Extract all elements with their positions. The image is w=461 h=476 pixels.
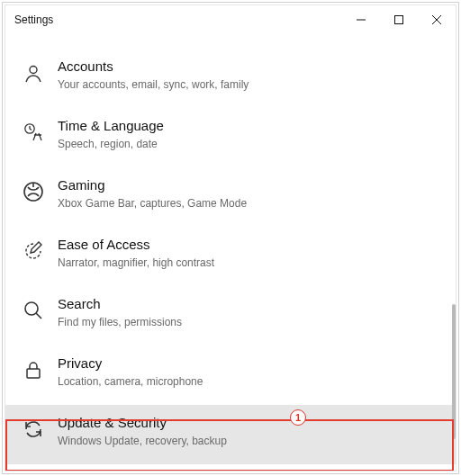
category-subtitle: Your accounts, email, sync, work, family (58, 77, 249, 92)
category-title: Gaming (58, 176, 247, 194)
content-area: Accounts Your accounts, email, sync, wor… (5, 34, 456, 471)
minimize-icon (356, 14, 366, 25)
time-language-icon (22, 121, 45, 144)
category-privacy[interactable]: Privacy Location, camera, microphone (5, 346, 456, 405)
category-title: Search (58, 295, 182, 313)
category-subtitle: Xbox Game Bar, captures, Game Mode (58, 196, 247, 211)
category-subtitle: Windows Update, recovery, backup (58, 434, 227, 448)
category-texts: Ease of Access Narrator, magnifier, high… (58, 236, 214, 270)
svg-rect-10 (27, 369, 40, 378)
titlebar: Settings (5, 5, 456, 34)
category-gaming[interactable]: Gaming Xbox Game Bar, captures, Game Mod… (5, 167, 456, 227)
privacy-icon (22, 358, 45, 382)
category-search[interactable]: Search Find my files, permissions (5, 286, 456, 346)
category-texts: Update & Security Windows Update, recove… (58, 414, 227, 448)
close-button[interactable] (418, 5, 456, 34)
svg-point-4 (30, 67, 37, 74)
category-title: Accounts (58, 58, 249, 76)
close-icon (431, 14, 442, 25)
svg-rect-1 (395, 16, 403, 24)
category-update-security[interactable]: Update & Security Windows Update, recove… (5, 405, 456, 464)
minimize-button[interactable] (342, 5, 380, 34)
category-time-language[interactable]: Time & Language Speech, region, date (5, 108, 456, 167)
category-title: Ease of Access (58, 236, 214, 254)
category-title: Time & Language (58, 117, 164, 135)
category-texts: Privacy Location, camera, microphone (58, 355, 203, 389)
maximize-button[interactable] (380, 5, 418, 34)
category-accounts[interactable]: Accounts Your accounts, email, sync, wor… (5, 49, 456, 108)
update-security-icon (22, 418, 45, 441)
ease-of-access-icon (22, 239, 45, 263)
category-texts: Gaming Xbox Game Bar, captures, Game Mod… (58, 176, 247, 211)
maximize-icon (393, 14, 404, 25)
category-texts: Search Find my files, permissions (58, 295, 182, 329)
category-subtitle: Find my files, permissions (58, 315, 182, 329)
svg-point-8 (25, 302, 38, 315)
accounts-icon (22, 61, 45, 85)
category-ease-of-access[interactable]: Ease of Access Narrator, magnifier, high… (5, 227, 456, 286)
category-title: Update & Security (58, 414, 227, 432)
window-title: Settings (14, 13, 53, 26)
window-frame: Settings (2, 2, 459, 474)
window-inner: Settings (5, 4, 456, 472)
category-subtitle: Narrator, magnifier, high contrast (58, 256, 214, 270)
category-texts: Accounts Your accounts, email, sync, wor… (58, 58, 249, 92)
search-icon (22, 299, 45, 322)
category-texts: Time & Language Speech, region, date (58, 117, 164, 151)
gaming-icon (22, 180, 45, 203)
category-title: Privacy (58, 355, 203, 373)
window-controls (342, 5, 456, 34)
scrollbar-thumb[interactable] (452, 304, 456, 439)
category-subtitle: Location, camera, microphone (58, 374, 203, 389)
category-subtitle: Speech, region, date (58, 137, 164, 151)
settings-category-list: Accounts Your accounts, email, sync, wor… (5, 34, 456, 464)
svg-line-9 (36, 313, 41, 319)
